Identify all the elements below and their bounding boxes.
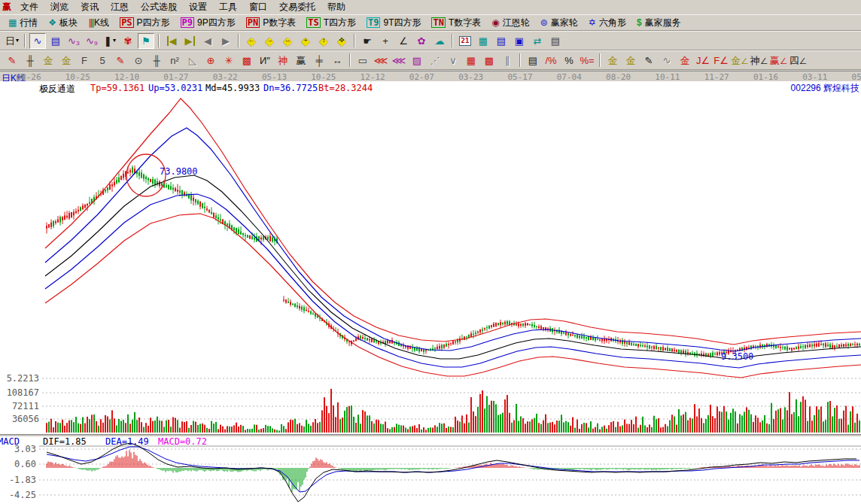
- f-angle-button[interactable]: F∠: [713, 53, 729, 68]
- red-pen-button[interactable]: ✎: [4, 53, 20, 68]
- hexagon-label: 六角形: [599, 17, 626, 29]
- five-grid-button[interactable]: 5: [94, 53, 111, 68]
- gold-angle-button[interactable]: 金∠: [731, 53, 749, 68]
- price-table-button[interactable]: ▤: [525, 53, 541, 68]
- go-prev-button[interactable]: ◀: [199, 33, 216, 49]
- gann-fan-red-button[interactable]: ⋘: [373, 53, 389, 68]
- width-arrows-button[interactable]: ↔: [329, 53, 345, 68]
- menu-file[interactable]: 文件: [14, 0, 44, 14]
- go-last-button[interactable]: ▶: [181, 33, 198, 49]
- calendar-button[interactable]: 21: [457, 33, 473, 49]
- winner-service-button[interactable]: $赢家服务: [631, 15, 686, 30]
- ying-grid-button[interactable]: 赢: [293, 53, 309, 68]
- f-grid-button[interactable]: F: [76, 53, 93, 68]
- chart-background[interactable]: [0, 81, 861, 504]
- trend-lines-button[interactable]: ⋰: [427, 53, 443, 68]
- export-button[interactable]: ⇄: [529, 33, 546, 49]
- i-marks-button[interactable]: И″: [257, 53, 273, 68]
- menu-formula-stock-pick[interactable]: 公式选股: [135, 0, 183, 14]
- wave-3-button[interactable]: ∿₃: [65, 33, 82, 49]
- candle-style-button[interactable]: ❚▾: [102, 33, 118, 49]
- gold-lines-button[interactable]: 金: [622, 53, 639, 68]
- gold-gate-1-button[interactable]: 金: [40, 53, 56, 68]
- v-wave-button[interactable]: ∨: [445, 53, 461, 68]
- measure-angle-button[interactable]: ∠: [395, 33, 412, 49]
- save-button[interactable]: ▣: [511, 33, 528, 49]
- gold-circle-button[interactable]: 金: [604, 53, 621, 68]
- go-next-button[interactable]: ▶: [218, 33, 234, 49]
- p-number-table-button[interactable]: PNP数字表: [241, 15, 301, 30]
- hexagon-button[interactable]: ✡六角形: [583, 15, 631, 30]
- sectors-button[interactable]: ❖板块: [43, 15, 83, 30]
- wave-brain-button[interactable]: ☁: [431, 33, 448, 49]
- diamond-left-button[interactable]: ◆←: [243, 33, 260, 49]
- crosshair-icon: +: [382, 36, 388, 46]
- kline-button[interactable]: ∥K线: [83, 15, 114, 30]
- flag-tool-button[interactable]: ⚑: [138, 33, 154, 49]
- wave-chart-button[interactable]: ∿: [29, 33, 46, 49]
- diamond-right-button[interactable]: ◆→: [261, 33, 278, 49]
- grid-red-button[interactable]: ▦: [463, 53, 479, 68]
- menu-window[interactable]: 窗口: [243, 0, 273, 14]
- 9p-square-button[interactable]: P99P四方形: [175, 15, 241, 30]
- fan-box-button[interactable]: ▨: [409, 53, 425, 68]
- sectors-icon: ❖: [48, 18, 56, 27]
- web-red-button[interactable]: ✳: [221, 53, 237, 68]
- diamond-v-expand-button[interactable]: ◆↕: [315, 33, 332, 49]
- shen-angle-button[interactable]: 神∠: [750, 53, 768, 68]
- square-measure-button[interactable]: ▭: [354, 53, 371, 68]
- web-box-button[interactable]: ▩: [239, 53, 255, 68]
- menu-help[interactable]: 帮助: [321, 0, 351, 14]
- menu-gann[interactable]: 江恩: [105, 0, 135, 14]
- percent-button[interactable]: %: [561, 53, 577, 68]
- p-square-button[interactable]: PSP四方形: [114, 15, 175, 30]
- si-angle-button[interactable]: 四∠: [789, 53, 807, 68]
- gann-fan-purple-button[interactable]: ⋘: [391, 53, 407, 68]
- crosshair-button[interactable]: +: [377, 33, 394, 49]
- print-button[interactable]: ▤: [547, 33, 564, 49]
- ruler-2-button[interactable]: ╫: [148, 53, 165, 68]
- info-panel-button[interactable]: ▤: [47, 33, 64, 49]
- parallel-lines-button[interactable]: ∥: [499, 53, 516, 68]
- gold-gate-2-button[interactable]: 金: [58, 53, 75, 68]
- ruler-comb-button[interactable]: ╫: [22, 53, 38, 68]
- menu-settings[interactable]: 设置: [183, 0, 213, 14]
- gann-flower-button[interactable]: ✿: [413, 33, 430, 49]
- pen-ruler-button[interactable]: ✎: [112, 53, 129, 68]
- ying-angle-button[interactable]: 赢∠: [770, 53, 788, 68]
- compass-red-button[interactable]: ⊕: [202, 53, 219, 68]
- notes-button[interactable]: ▤: [493, 33, 510, 49]
- t-number-table-button[interactable]: TNT数字表: [426, 15, 486, 30]
- black-pen-button[interactable]: ✎: [640, 53, 657, 68]
- j-angle-button[interactable]: J∠: [695, 53, 711, 68]
- toolbar-main: ▦行情❖板块∥K线PSP四方形P99P四方形PNP数字表TST四方形T99T四方…: [0, 14, 861, 31]
- diamond-h-expand-button[interactable]: ◆↔: [279, 33, 296, 49]
- grid-box-red-button[interactable]: ▩: [481, 53, 497, 68]
- pattern-tool-button[interactable]: ✾: [120, 33, 136, 49]
- 9t-square-button[interactable]: T99T四方形: [361, 15, 426, 30]
- shen-grid-button[interactable]: 神: [275, 53, 291, 68]
- menu-trade-entrust[interactable]: 交易委托: [273, 0, 321, 14]
- n-squared-button[interactable]: n²: [166, 53, 183, 68]
- angle-tool-button[interactable]: ◺: [184, 53, 201, 68]
- menu-tools[interactable]: 工具: [213, 0, 243, 14]
- winner-wheel-button[interactable]: ⊚赢家轮: [535, 15, 583, 30]
- diamond-center-button[interactable]: ◆+: [297, 33, 314, 49]
- calculator-button[interactable]: ▦: [475, 33, 491, 49]
- menu-browse[interactable]: 浏览: [44, 0, 75, 14]
- hand-drag-button[interactable]: ☛: [359, 33, 376, 49]
- ruler-123-button[interactable]: ╪: [311, 53, 327, 68]
- gann-wheel-button[interactable]: ◉江恩轮: [486, 15, 534, 30]
- menu-news[interactable]: 资讯: [75, 0, 105, 14]
- diamond-all-button[interactable]: ◆✣: [333, 33, 350, 49]
- clock-grid-button[interactable]: ⊙: [130, 53, 147, 68]
- period-daily-button[interactable]: 日▾: [4, 33, 20, 49]
- wave-9-button[interactable]: ∿₉: [84, 33, 100, 49]
- quotes-button[interactable]: ▦行情: [3, 15, 43, 30]
- percent-line-button[interactable]: %=: [579, 53, 595, 68]
- t-square-button[interactable]: TST四方形: [301, 15, 361, 30]
- gold-under-button[interactable]: 金: [677, 53, 693, 68]
- wave-metal-button[interactable]: ∿: [659, 53, 675, 68]
- angle-percent-button[interactable]: /%: [543, 53, 559, 68]
- go-first-button[interactable]: ◀: [163, 33, 180, 49]
